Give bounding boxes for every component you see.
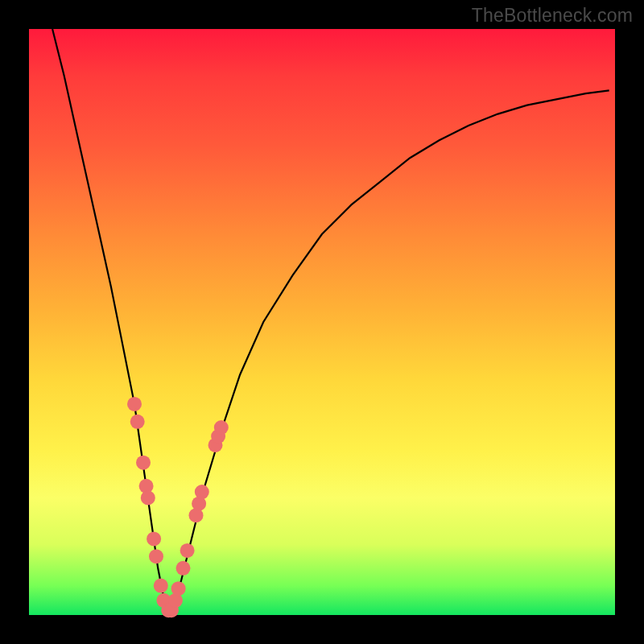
marker-group bbox=[127, 397, 229, 617]
bottleneck-curve bbox=[52, 29, 609, 612]
curve-marker bbox=[147, 531, 161, 546]
curve-marker bbox=[154, 579, 168, 593]
bottleneck-curve-svg bbox=[29, 29, 615, 615]
chart-frame: TheBottleneck.com bbox=[0, 0, 644, 644]
curve-marker bbox=[136, 456, 151, 470]
plot-area bbox=[29, 29, 615, 615]
curve-marker bbox=[171, 581, 186, 596]
curve-marker bbox=[195, 485, 209, 499]
curve-marker bbox=[214, 420, 229, 435]
curve-marker bbox=[127, 397, 142, 411]
curve-marker bbox=[149, 549, 163, 564]
curve-marker bbox=[130, 415, 145, 429]
curve-marker bbox=[180, 543, 195, 558]
curve-marker bbox=[176, 561, 191, 576]
curve-marker bbox=[141, 490, 155, 505]
watermark-label: TheBottleneck.com bbox=[472, 5, 633, 27]
